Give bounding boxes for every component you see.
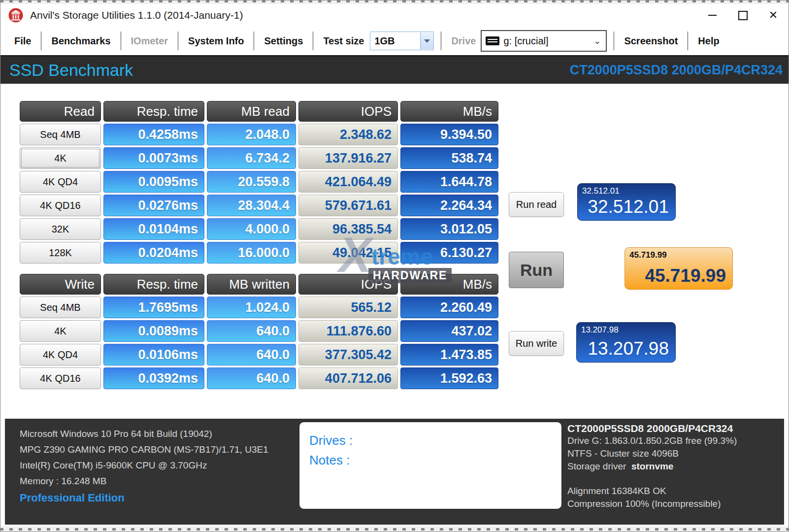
write-header-iops: IOPS [298, 274, 398, 295]
storage-driver-value: stornvme [631, 461, 674, 471]
write-row-button-4kqd16[interactable]: 4K QD16 [20, 367, 101, 389]
write-iops-cell: 407.712.06 [298, 367, 398, 389]
total-score-box: 45.719.99 45.719.99 [625, 247, 733, 290]
menu-help[interactable]: Help [688, 35, 729, 47]
menu-iometer: IOmeter [121, 35, 178, 47]
footer-drive-ntfs: NTFS - Cluster size 4096B [567, 448, 679, 459]
test-size-label: Test size [313, 35, 367, 47]
dropdown-arrow-icon [424, 39, 430, 43]
run-read-button[interactable]: Run read [509, 192, 564, 217]
footer-storage-driver: Storage driver stornvme [567, 461, 673, 472]
read-iops-cell: 137.916.27 [298, 147, 398, 169]
footer-panel: Microsoft Windows 10 Pro 64 bit Build (1… [5, 419, 784, 525]
read-row-button-32k[interactable]: 32K [20, 218, 101, 240]
chevron-down-icon: ⌄ [593, 35, 606, 46]
read-resp-time-cell: 0.0095ms [103, 171, 204, 193]
read-mb-cell: 4.000.0 [207, 218, 296, 240]
write-score-box: 13.207.98 13.207.98 [576, 322, 676, 363]
write-mb-cell: 640.0 [207, 344, 296, 366]
write-header-write: Write [20, 274, 101, 295]
minimize-button[interactable] [697, 4, 727, 26]
system-board-line: MPG Z390 GAMING PRO CARBON (MS-7B17)/1.7… [20, 444, 268, 455]
read-mbs-cell: 9.394.50 [400, 124, 498, 145]
desktop-sliver-top [0, 0, 789, 4]
test-size-value: 1GB [370, 35, 420, 47]
total-score-large: 45.719.99 [645, 266, 726, 286]
test-size-dropdown-button[interactable] [420, 33, 433, 49]
read-mb-cell: 28.304.4 [207, 195, 296, 216]
edition-label: Professional Edition [20, 492, 125, 504]
write-iops-cell: 565.12 [298, 297, 398, 318]
write-resp-time-cell: 0.0089ms [103, 320, 204, 342]
close-icon: ✕ [769, 10, 778, 21]
read-row-button-4kqd4[interactable]: 4K QD4 [20, 171, 101, 193]
write-header-mb-written: MB written [207, 274, 296, 295]
write-row-button-4kqd4[interactable]: 4K QD4 [20, 344, 101, 366]
read-header-mbs: MB/s [400, 101, 498, 122]
read-mbs-cell: 6.130.27 [400, 242, 498, 264]
read-resp-time-cell: 0.0073ms [103, 147, 204, 169]
system-os-line: Microsoft Windows 10 Pro 64 bit Build (1… [20, 429, 212, 439]
maximize-icon [738, 11, 748, 20]
minimize-icon [708, 15, 717, 16]
read-iops-cell: 579.671.61 [298, 195, 398, 216]
storage-driver-label: Storage driver [567, 461, 626, 471]
write-row-button-seq4mb[interactable]: Seq 4MB [20, 297, 101, 318]
drive-value: g: [crucial] [503, 35, 593, 47]
read-mb-cell: 16.000.0 [207, 242, 296, 264]
menu-benchmarks[interactable]: Benchmarks [41, 35, 120, 47]
read-resp-time-cell: 0.4258ms [103, 124, 204, 145]
read-row-button-seq4mb[interactable]: Seq 4MB [20, 124, 101, 145]
write-mbs-cell: 437.02 [400, 320, 498, 342]
read-row-button-128k[interactable]: 128K [20, 242, 101, 264]
drive-select[interactable]: g: [crucial] ⌄ [481, 30, 607, 52]
menu-file[interactable]: File [4, 35, 41, 47]
write-iops-cell: 377.305.42 [298, 344, 398, 366]
read-row-button-4k[interactable]: 4K [20, 147, 101, 169]
write-score-large: 13.207.98 [588, 338, 669, 359]
run-button[interactable]: Run [509, 252, 564, 288]
banner: SSD Benchmark CT2000P5SSD8 2000GB/P4CR32… [0, 55, 789, 84]
read-score-box: 32.512.01 32.512.01 [577, 183, 676, 221]
menu-system-info[interactable]: System Info [178, 35, 254, 47]
write-table: Write Resp. time MB written IOPS MB/s Se… [20, 274, 498, 389]
write-row-button-4k[interactable]: 4K [20, 320, 101, 342]
drives-label: Drives : [309, 433, 353, 448]
maximize-button[interactable] [727, 4, 758, 26]
read-resp-time-cell: 0.0104ms [103, 218, 204, 240]
write-header-mbs: MB/s [400, 274, 498, 295]
read-iops-cell: 49.042.15 [298, 242, 398, 264]
drive-label: Drive [441, 35, 478, 47]
read-score-large: 32.512.01 [588, 197, 669, 217]
app-icon [8, 8, 23, 23]
close-button[interactable]: ✕ [758, 4, 789, 26]
read-mb-cell: 6.734.2 [207, 147, 296, 169]
read-header-mb-read: MB read [207, 101, 296, 122]
write-header-resp-time: Resp. time [103, 274, 204, 295]
read-mb-cell: 20.559.8 [207, 171, 296, 193]
read-header-resp-time: Resp. time [103, 101, 204, 122]
test-size-select[interactable]: 1GB [370, 32, 434, 50]
write-mbs-cell: 1.473.85 [400, 344, 498, 366]
run-write-button[interactable]: Run write [509, 331, 564, 356]
menu-settings[interactable]: Settings [254, 35, 313, 47]
write-mb-cell: 1.024.0 [207, 297, 296, 318]
notes-box[interactable]: Drives : Notes : [299, 422, 562, 509]
read-row-button-4kqd16[interactable]: 4K QD16 [20, 195, 101, 216]
total-score-small: 45.719.99 [629, 250, 667, 260]
read-mbs-cell: 2.264.34 [400, 195, 498, 216]
menu-screenshot[interactable]: Screenshot [614, 35, 688, 47]
write-iops-cell: 111.876.60 [298, 320, 398, 342]
read-mb-cell: 2.048.0 [207, 124, 296, 145]
drive-icon [486, 36, 499, 45]
write-mbs-cell: 1.592.63 [400, 367, 498, 389]
write-mb-cell: 640.0 [207, 320, 296, 342]
page-title: SSD Benchmark [9, 61, 133, 80]
menu-bar: File Benchmarks IOmeter System Info Sett… [0, 27, 789, 56]
read-mbs-cell: 538.74 [400, 147, 498, 169]
read-mbs-cell: 1.644.78 [400, 171, 498, 193]
footer-compression: Compression 100% (Incompressible) [567, 499, 721, 509]
read-score-small: 32.512.01 [582, 186, 620, 196]
write-mbs-cell: 2.260.49 [400, 297, 498, 318]
read-iops-cell: 96.385.54 [298, 218, 398, 240]
